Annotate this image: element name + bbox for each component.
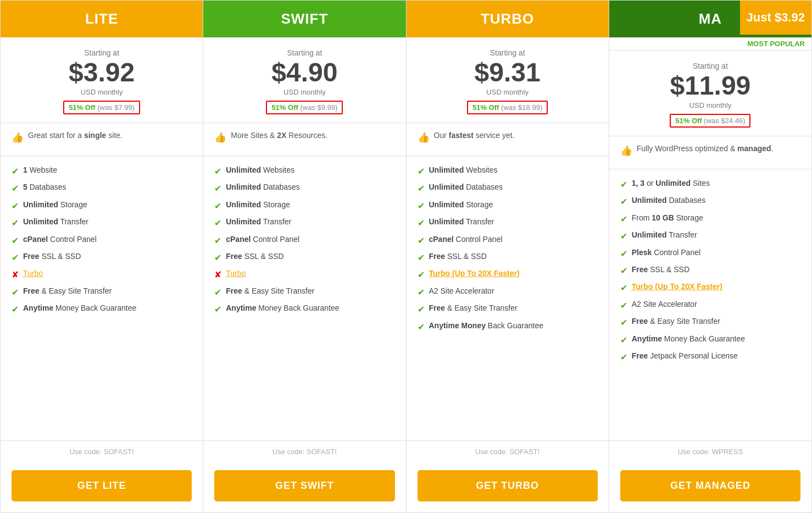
plan-cta-lite: GET LITE [1,462,203,512]
feature-item: ✔Plesk Control Panel [620,247,800,260]
plan-cta-turbo: GET TURBO [407,462,609,512]
plan-pricing-turbo: Starting at$9.31USD monthly51% Off (was … [407,37,609,123]
feature-item: ✔Free Jetpack Personal License [620,351,800,363]
plan-name-swift: SWIFT [281,10,328,27]
feature-item: ✘Turbo [214,268,394,281]
plan-tagline-turbo: 👍Our fastest service yet. [407,123,609,156]
plan-tagline-managed: 👍Fully WordPress optimized & managed. [609,136,811,169]
feature-item: ✔Unlimited Databases [214,182,394,195]
feature-item: ✔Unlimited Websites [418,165,598,178]
feature-text: Turbo (Up To 20X Faster) [632,282,722,293]
plan-header-lite: LITE [1,1,203,37]
feature-item: ✔Unlimited Transfer [12,217,192,229]
feature-text: Anytime Money Back Guarantee [632,334,745,345]
cross-icon: ✘ [12,269,19,281]
feature-text: Unlimited Websites [429,165,498,176]
feature-text: Free SSL & SSD [226,251,283,262]
plan-cta-swift: GET SWIFT [203,462,405,512]
price-managed: $11.99 [620,73,800,99]
check-icon: ✔ [12,252,19,264]
feature-text: Unlimited Storage [226,200,290,211]
plan-features-turbo: ✔Unlimited Websites✔Unlimited Databases✔… [407,156,609,441]
check-icon: ✔ [12,286,19,299]
discount-was: (was $7.99) [97,103,135,112]
discount-off: 51% Off [69,103,95,112]
check-icon: ✔ [418,183,425,195]
feature-text: cPanel Control Panel [226,234,299,245]
feature-item: ✔Free & Easy Site Transfer [418,303,598,316]
plan-col-swift: SWIFTStarting at$4.90USD monthly51% Off … [203,0,405,513]
feature-text: Anytime Money Back Guarantee [429,321,544,332]
discount-was: (was $9.99) [300,103,337,112]
feature-item: ✔Unlimited Transfer [214,217,394,229]
check-icon: ✔ [620,351,627,363]
plan-pricing-lite: Starting at$3.92USD monthly51% Off (was … [1,37,203,123]
check-icon: ✔ [12,217,19,229]
tagline-text-turbo: Our fastest service yet. [434,131,515,140]
feature-text: Unlimited Websites [226,165,294,176]
cta-button-swift[interactable]: GET SWIFT [214,470,394,501]
plan-header-managed: MAJust $3.92 [609,1,811,37]
feature-item: ✔cPanel Control Panel [418,234,598,247]
feature-item: ✔Turbo (Up To 20X Faster) [620,282,800,294]
plan-promo-turbo: Use code: SOFAST! [407,441,609,462]
feature-item: ✔Free SSL & SSD [214,251,394,264]
discount-badge-managed: 51% Off (was $24.46) [670,114,750,128]
plan-cta-managed: GET MANAGED [609,462,811,512]
cta-button-managed[interactable]: GET MANAGED [620,470,800,501]
feature-item: ✔Anytime Money Back Guarantee [12,303,192,316]
check-icon: ✔ [620,179,627,191]
usd-monthly-managed: USD monthly [620,101,800,109]
feature-text: Free & Easy Site Transfer [226,286,314,297]
just-price-label: Just $3.92 [740,1,811,35]
check-icon: ✔ [214,304,221,316]
check-icon: ✔ [620,248,627,260]
feature-item: ✔Free & Easy Site Transfer [12,286,192,299]
plan-promo-managed: Use code: WPRESS [609,441,811,462]
feature-text: cPanel Control Panel [429,234,503,245]
feature-text: Unlimited Storage [429,200,493,211]
plan-col-lite: LITEStarting at$3.92USD monthly51% Off (… [0,0,203,513]
feature-item: ✔Anytime Money Back Guarantee [214,303,394,316]
feature-text: 1 Website [23,165,57,176]
check-icon: ✔ [12,166,19,178]
check-icon: ✔ [620,230,627,242]
cta-button-lite[interactable]: GET LITE [12,470,192,501]
cta-button-turbo[interactable]: GET TURBO [418,470,598,501]
usd-monthly-turbo: USD monthly [418,88,598,96]
price-lite: $3.92 [12,59,192,86]
check-icon: ✔ [418,200,425,212]
feature-item: ✔Unlimited Websites [214,165,394,178]
plan-features-lite: ✔1 Website✔5 Databases✔Unlimited Storage… [1,156,203,441]
tagline-text-swift: More Sites & 2X Resources. [231,131,327,140]
feature-text: Unlimited Transfer [226,217,291,228]
feature-item: ✔Anytime Money Back Guarantee [620,334,800,346]
check-icon: ✔ [12,183,19,195]
feature-item: ✔Free & Easy Site Transfer [214,286,394,299]
discount-off: 51% Off [675,117,702,125]
plan-name-managed: MA [699,10,722,27]
feature-text: Free Jetpack Personal License [632,351,738,362]
feature-text: 5 Databases [23,182,66,193]
feature-text: Free & Easy Site Transfer [23,286,112,297]
discount-off: 51% Off [472,103,499,112]
discount-was: (was $18.99) [501,103,542,112]
plan-promo-swift: Use code: SOFAST! [203,441,405,462]
check-icon: ✔ [620,300,627,312]
check-icon: ✔ [418,269,425,281]
thumbs-up-icon: 👍 [418,131,430,144]
feature-item: ✔Unlimited Storage [12,200,192,212]
check-icon: ✔ [418,304,425,316]
most-popular-badge: MOST POPULAR [609,37,811,51]
discount-badge-turbo: 51% Off (was $18.99) [467,101,548,114]
feature-text: Turbo [23,268,43,279]
feature-text: Free SSL & SSD [429,251,487,262]
feature-text: Turbo (Up To 20X Faster) [429,268,520,279]
tagline-text-lite: Great start for a single site. [28,131,123,140]
discount-badge-lite: 51% Off (was $7.99) [63,101,140,114]
feature-item: ✔A2 Site Accelerator [620,299,800,312]
check-icon: ✔ [214,217,221,229]
feature-text: Unlimited Storage [23,200,87,211]
feature-text: Free SSL & SSD [632,264,689,275]
feature-text: 1, 3 or Unlimited Sites [632,178,710,189]
